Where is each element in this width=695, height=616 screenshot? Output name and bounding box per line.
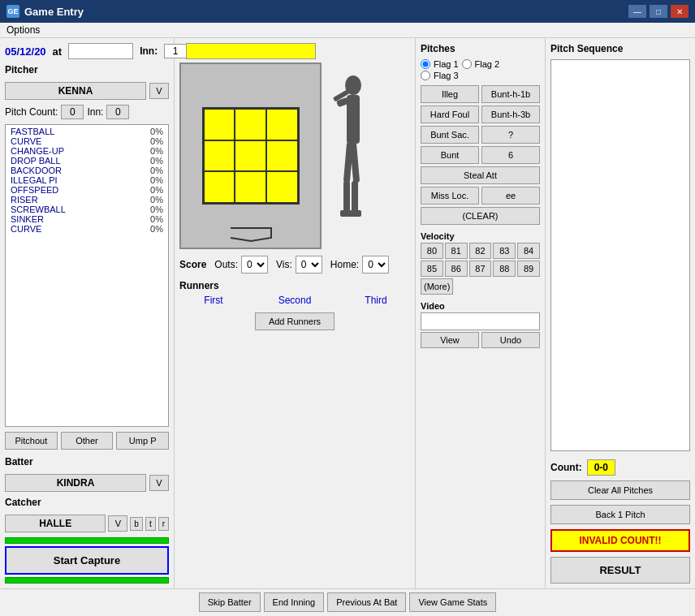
video-input[interactable] — [421, 312, 540, 330]
catcher-label: Catcher — [5, 497, 169, 508]
result-button[interactable]: RESULT — [550, 557, 690, 584]
catcher-v-button[interactable]: V — [108, 515, 127, 532]
sz-cell-tr[interactable] — [266, 109, 298, 140]
vel-85-button[interactable]: 85 — [421, 261, 443, 277]
catcher-name-button[interactable]: HALLE — [5, 515, 106, 532]
vel-89-button[interactable]: 89 — [517, 261, 540, 277]
sz-cell-tl[interactable] — [204, 109, 235, 140]
bunt-h-1b-button[interactable]: Bunt-h-1b — [481, 85, 540, 103]
bunt-h-3b-button[interactable]: Bunt-h-3b — [481, 106, 540, 123]
list-item[interactable]: OFFSPEED0% — [7, 185, 166, 195]
vel-84-button[interactable]: 84 — [517, 243, 540, 259]
pitch-seq-label: Pitch Sequence — [550, 43, 690, 54]
hard-foul-button[interactable]: Hard Foul — [421, 106, 479, 123]
vel-82-button[interactable]: 82 — [469, 243, 492, 259]
svg-rect-8 — [340, 210, 352, 217]
undo-button[interactable]: Undo — [481, 332, 540, 348]
home-select[interactable]: 0 — [362, 256, 389, 274]
ump-p-button[interactable]: Ump P — [116, 432, 169, 450]
sz-cell-tc[interactable] — [235, 109, 266, 140]
count-row: Count: 0-0 — [550, 459, 690, 476]
catcher-t-button[interactable]: t — [145, 517, 156, 531]
pitcher-name-button[interactable]: KENNA — [5, 82, 146, 100]
app-title: Game Entry — [24, 6, 84, 18]
runners-section: Runners First Second Third Add Runners — [179, 280, 410, 330]
clear-all-pitches-button[interactable]: Clear All Pitches — [550, 480, 690, 500]
illeg-button[interactable]: Illeg — [421, 85, 479, 103]
end-inning-button[interactable]: End Inning — [264, 592, 325, 612]
miss-loc-button[interactable]: Miss Loc. — [421, 187, 479, 205]
list-item[interactable]: RISER0% — [7, 195, 166, 205]
list-item[interactable]: CURVE0% — [7, 136, 166, 146]
strike-zone-grid[interactable] — [202, 107, 300, 205]
flag1-radio[interactable] — [421, 59, 430, 69]
list-item[interactable]: DROP BALL0% — [7, 156, 166, 166]
bunt-sac-button[interactable]: Bunt Sac. — [421, 126, 479, 144]
bunt-button[interactable]: Bunt — [421, 146, 479, 164]
sz-cell-mr[interactable] — [266, 140, 298, 172]
svg-rect-1 — [347, 95, 360, 144]
video-buttons: View Undo — [421, 332, 540, 348]
more-button[interactable]: (More) — [421, 278, 453, 295]
vel-88-button[interactable]: 88 — [493, 261, 516, 277]
inn-count-label: Inn: — [87, 106, 103, 118]
home-label: Home: — [330, 259, 359, 270]
vis-select[interactable]: 0 — [296, 256, 322, 274]
start-capture-button[interactable]: Start Capture — [5, 546, 169, 575]
maximize-button[interactable]: □ — [650, 5, 667, 18]
six-button[interactable]: 6 — [481, 146, 540, 164]
options-menu[interactable]: Options — [6, 24, 40, 36]
sz-cell-bc[interactable] — [235, 171, 266, 203]
catcher-r-button[interactable]: r — [158, 517, 169, 531]
clear-button[interactable]: (CLEAR) — [421, 207, 540, 225]
strike-zone-outer — [179, 62, 322, 249]
vel-87-button[interactable]: 87 — [469, 261, 492, 277]
list-item[interactable]: ILLEGAL PI0% — [7, 175, 166, 185]
sz-cell-ml[interactable] — [204, 140, 235, 172]
invalid-count-button[interactable]: INVALID COUNT!! — [550, 529, 690, 552]
menu-bar: Options — [0, 23, 695, 38]
catcher-b-button[interactable]: b — [130, 517, 143, 531]
list-item[interactable]: SCREWBALL0% — [7, 205, 166, 214]
ee-button[interactable]: ee — [481, 187, 540, 205]
list-item[interactable]: BACKDOOR0% — [7, 166, 166, 175]
other-button[interactable]: Other — [61, 432, 114, 450]
score-label: Score — [179, 259, 206, 270]
close-button[interactable]: ✕ — [671, 5, 689, 18]
flag2-radio[interactable] — [462, 59, 472, 69]
velocity-grid: 80 81 82 83 84 85 86 87 88 89 — [421, 243, 540, 277]
sz-cell-bl[interactable] — [204, 171, 235, 203]
question-button[interactable]: ? — [481, 126, 540, 144]
add-runners-row: Add Runners — [179, 312, 410, 330]
vel-81-button[interactable]: 81 — [445, 243, 468, 259]
strike-zone-area — [179, 43, 410, 249]
view-game-stats-button[interactable]: View Game Stats — [409, 592, 496, 612]
list-item[interactable]: SINKER0% — [7, 214, 166, 224]
skip-batter-button[interactable]: Skip Batter — [199, 592, 261, 612]
batter-name-button[interactable]: KINDRA — [5, 474, 146, 492]
pitch-count-value: 0 — [61, 105, 84, 119]
list-item[interactable]: FASTBALL0% — [7, 127, 166, 136]
batter-row: KINDRA V — [5, 474, 169, 492]
back-1-pitch-button[interactable]: Back 1 Pitch — [550, 505, 690, 524]
pitchout-button[interactable]: Pitchout — [5, 432, 58, 450]
steal-att-button[interactable]: Steal Att — [421, 166, 540, 184]
vel-83-button[interactable]: 83 — [493, 243, 516, 259]
previous-at-bat-button[interactable]: Previous At Bat — [327, 592, 406, 612]
minimize-button[interactable]: — — [628, 5, 646, 18]
list-item[interactable]: CURVE0% — [7, 224, 166, 234]
capture-bar-top — [5, 537, 169, 544]
flag3-radio[interactable] — [421, 71, 430, 80]
team-field[interactable] — [68, 43, 133, 59]
vel-80-button[interactable]: 80 — [421, 243, 443, 259]
vel-86-button[interactable]: 86 — [445, 261, 468, 277]
sz-cell-br[interactable] — [266, 171, 298, 203]
strike-zone-container — [179, 43, 322, 249]
view-button[interactable]: View — [421, 332, 479, 348]
list-item[interactable]: CHANGE-UP0% — [7, 146, 166, 156]
batter-v-button[interactable]: V — [149, 475, 169, 491]
pitcher-v-button[interactable]: V — [149, 83, 169, 99]
add-runners-button[interactable]: Add Runners — [255, 312, 335, 330]
outs-select[interactable]: 012 — [241, 256, 268, 274]
sz-cell-mc[interactable] — [235, 140, 266, 172]
